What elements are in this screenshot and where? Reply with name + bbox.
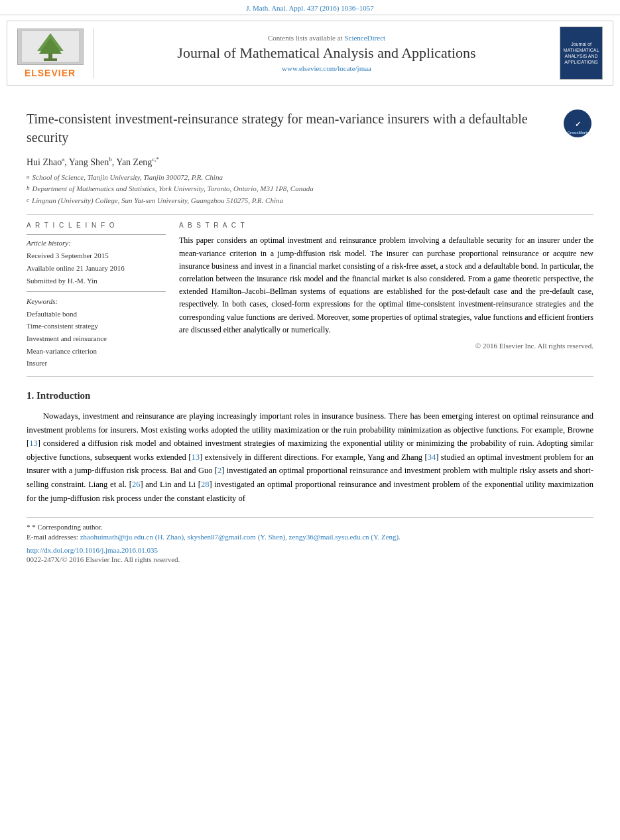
crossmark-icon: ✓ CrossMark: [564, 109, 591, 137]
corresponding-label: * Corresponding author.: [32, 523, 103, 531]
abstract-column: A B S T R A C T This paper considers an …: [179, 222, 593, 370]
intro-paragraph-1: Nowadays, investment and reinsurance are…: [27, 409, 593, 505]
author-yang-shen: Yang Shen: [69, 157, 109, 167]
ref-34[interactable]: 34: [428, 453, 436, 462]
doi-link[interactable]: http://dx.doi.org/10.1016/j.jmaa.2016.01…: [27, 546, 158, 554]
introduction-section: 1. Introduction Nowadays, investment and…: [27, 390, 593, 505]
corresponding-note: * * Corresponding author.: [27, 523, 593, 531]
citation-text: J. Math. Anal. Appl. 437 (2016) 1036–105…: [246, 4, 374, 12]
cover-text: Journal of MATHEMATICAL ANALYSIS AND APP…: [564, 41, 599, 65]
contents-text: Contents lists available at: [268, 34, 343, 42]
affiliations: a School of Science, Tianjin University,…: [27, 172, 593, 207]
author-hui-zhao: Hui Zhao: [27, 157, 62, 167]
emails-text: zhaohuimath@tju.edu.cn (H. Zhao), skyshe…: [80, 533, 401, 541]
sciencedirect-line: Contents lists available at ScienceDirec…: [100, 34, 553, 42]
elsevier-tree-svg: [21, 30, 80, 63]
journal-header: ELSEVIER Contents lists available at Sci…: [7, 21, 613, 86]
svg-text:✓: ✓: [575, 120, 581, 128]
email-zeng[interactable]: zengy36@mail.sysu.edu.cn: [289, 533, 369, 541]
keyword-4: Mean-variance criterion: [27, 345, 166, 358]
journal-cover: Journal of MATHEMATICAL ANALYSIS AND APP…: [560, 27, 606, 80]
journal-website[interactable]: www.elsevier.com/locate/jmaa: [100, 64, 553, 72]
ref-28[interactable]: 28: [201, 480, 210, 489]
history-received: Received 3 September 2015: [27, 249, 166, 262]
body-divider: [27, 376, 593, 377]
journal-citation-bar: J. Math. Anal. Appl. 437 (2016) 1036–105…: [0, 0, 620, 15]
sciencedirect-link-text[interactable]: ScienceDirect: [344, 34, 385, 42]
elsevier-logo-block: ELSEVIER: [14, 29, 93, 78]
keyword-1: Defaultable bond: [27, 308, 166, 320]
aff-sup-a: a: [27, 172, 30, 184]
ref-2[interactable]: 2: [217, 466, 221, 475]
title-divider: [27, 214, 593, 215]
ref-13b[interactable]: 13: [191, 453, 200, 462]
introduction-body: Nowadays, investment and reinsurance are…: [27, 409, 593, 505]
elsevier-logo-image: [17, 29, 84, 65]
article-info-label: A R T I C L E I N F O: [27, 222, 166, 229]
info-divider-top: [27, 234, 166, 235]
copyright-text: © 2016 Elsevier Inc. All rights reserved…: [179, 342, 593, 350]
history-available: Available online 21 January 2016: [27, 262, 166, 275]
affiliation-a: a School of Science, Tianjin University,…: [27, 172, 593, 184]
author-sup-c: c,*: [152, 156, 159, 163]
history-submitted: Submitted by H.-M. Yin: [27, 275, 166, 287]
aff-text-b: Department of Mathematics and Statistics…: [32, 183, 314, 195]
two-column-section: A R T I C L E I N F O Article history: R…: [27, 222, 593, 370]
main-content: Time-consistent investment-reinsurance s…: [0, 91, 620, 570]
history-label: Article history:: [27, 239, 166, 247]
svg-text:CrossMark: CrossMark: [567, 131, 588, 135]
email-zhao[interactable]: zhaohuimath@tju.edu.cn: [80, 533, 153, 541]
authors-line: Hui Zhaoa, Yang Shenb, Yan Zengc,*: [27, 156, 593, 168]
crossmark-svg: ✓ CrossMark: [565, 111, 590, 136]
author-sup-a: a: [62, 156, 64, 163]
author-yan-zeng: Yan Zeng: [116, 157, 152, 167]
issn-line: 0022-247X/© 2016 Elsevier Inc. All right…: [27, 555, 593, 563]
footnote-star-symbol: *: [27, 523, 32, 531]
affiliation-b: b Department of Mathematics and Statisti…: [27, 183, 593, 195]
aff-sup-c: c: [27, 195, 29, 207]
affiliation-c: c Lingnan (University) College, Sun Yat-…: [27, 195, 593, 207]
keywords-label: Keywords:: [27, 297, 166, 305]
article-info-column: A R T I C L E I N F O Article history: R…: [27, 222, 166, 370]
author-sup-b: b: [109, 156, 112, 163]
email-line: E-mail addresses: zhaohuimath@tju.edu.cn…: [27, 533, 593, 541]
aff-text-c: Lingnan (University) College, Sun Yat-se…: [32, 195, 283, 207]
article-title-section: Time-consistent investment-reinsurance s…: [27, 109, 593, 147]
journal-cover-image: Journal of MATHEMATICAL ANALYSIS AND APP…: [560, 27, 603, 80]
ref-26[interactable]: 26: [132, 480, 141, 489]
keyword-2: Time-consistent strategy: [27, 320, 166, 332]
doi-line: http://dx.doi.org/10.1016/j.jmaa.2016.01…: [27, 546, 593, 554]
article-title: Time-consistent investment-reinsurance s…: [27, 109, 554, 147]
elsevier-wordmark: ELSEVIER: [25, 68, 76, 78]
footnotes-section: * * Corresponding author. E-mail address…: [27, 517, 593, 563]
keyword-3: Investment and reinsurance: [27, 332, 166, 345]
aff-text-a: School of Science, Tianjin University, T…: [32, 172, 223, 184]
journal-header-center: Contents lists available at ScienceDirec…: [100, 34, 553, 72]
email-shen[interactable]: skyshen87@gmail.com: [188, 533, 256, 541]
svg-rect-2: [44, 58, 57, 61]
keyword-5: Insurer: [27, 357, 166, 370]
journal-name: Journal of Mathematical Analysis and App…: [100, 44, 553, 62]
info-divider-mid: [27, 291, 166, 292]
emails-label: E-mail addresses:: [27, 533, 78, 541]
introduction-heading: 1. Introduction: [27, 390, 593, 401]
crossmark-badge[interactable]: ✓ CrossMark: [564, 109, 593, 139]
abstract-text: This paper considers an optimal investme…: [179, 234, 593, 336]
aff-sup-b: b: [27, 183, 30, 195]
ref-13[interactable]: 13: [29, 439, 38, 448]
abstract-label: A B S T R A C T: [179, 222, 593, 229]
